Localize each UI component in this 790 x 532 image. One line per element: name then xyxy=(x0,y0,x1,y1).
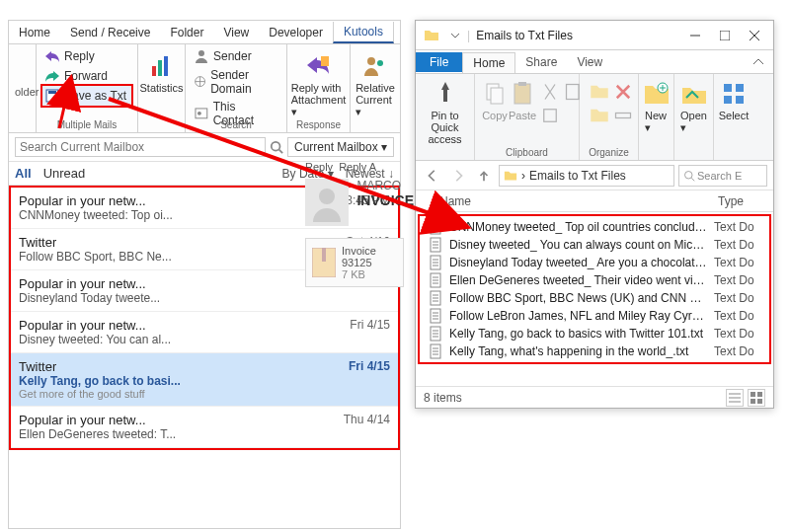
message-date: Fri 4/15 xyxy=(350,318,390,333)
txt-file-icon xyxy=(428,219,443,235)
svg-rect-25 xyxy=(518,82,526,86)
down-icon[interactable] xyxy=(447,28,463,43)
file-row[interactable]: Disney tweeted_ You can always count on … xyxy=(420,236,769,254)
svg-point-11 xyxy=(377,60,383,66)
minimize-button[interactable] xyxy=(680,24,710,47)
reply-link[interactable]: Reply xyxy=(305,161,333,173)
details-view-icon[interactable] xyxy=(726,389,744,407)
view-tab[interactable]: View xyxy=(567,52,612,72)
svg-rect-28 xyxy=(616,114,631,118)
paste-shortcut-icon[interactable] xyxy=(540,106,560,125)
copy-label: Copy xyxy=(482,110,508,121)
search-icon[interactable] xyxy=(270,140,283,154)
response-group-label: Response xyxy=(287,119,350,130)
email-title: INVOICE xyxy=(356,192,414,208)
reply-button[interactable]: Reply xyxy=(42,46,131,66)
reply-with-attachment-button[interactable]: Reply with Attachment ▾ xyxy=(293,46,344,117)
copyto-icon[interactable] xyxy=(590,106,609,125)
cut-icon[interactable] xyxy=(540,82,560,102)
tab-developer[interactable]: Developer xyxy=(259,23,333,42)
forward-nav-button[interactable] xyxy=(447,165,469,187)
ribbon-group-response: Reply with Attachment ▾ Response xyxy=(287,44,351,132)
rename-icon[interactable] xyxy=(613,106,633,125)
organize-group-label: Organize xyxy=(580,147,638,158)
share-tab[interactable]: Share xyxy=(515,52,567,72)
outlook-ribbon: older Reply Forward Save as Txt xyxy=(9,44,400,133)
file-row[interactable]: Kelly Tang, what's happening in the worl… xyxy=(420,342,769,360)
home-tab[interactable]: Home xyxy=(462,52,515,73)
folder-partial-label: older xyxy=(15,86,30,98)
new-button[interactable]: New ▾ xyxy=(645,78,668,134)
path-segment[interactable]: Emails to Txt Files xyxy=(529,169,626,183)
file-tab[interactable]: File xyxy=(416,52,462,72)
svg-point-8 xyxy=(198,112,201,115)
filter-unread[interactable]: Unread xyxy=(43,166,86,181)
multiple-mails-group-label: Multiple Mails xyxy=(37,119,137,130)
file-row[interactable]: Disneyland Today tweeted_ Are you a choc… xyxy=(420,254,769,271)
address-path[interactable]: › Emails to Txt Files xyxy=(499,165,674,187)
tab-folder[interactable]: Folder xyxy=(160,23,213,42)
forward-button[interactable]: Forward xyxy=(42,66,131,86)
file-row[interactable]: Kelly Tang, go back to basics with Twitt… xyxy=(420,325,769,342)
svg-rect-21 xyxy=(443,90,447,102)
copy-button[interactable]: Copy xyxy=(481,78,509,125)
svg-rect-3 xyxy=(158,60,162,76)
column-name[interactable]: Name xyxy=(439,194,718,208)
explorer-search[interactable]: Search E xyxy=(678,165,767,187)
txt-file-icon xyxy=(428,255,443,270)
back-button[interactable] xyxy=(422,165,443,187)
organize-small-icons xyxy=(586,78,632,125)
svg-line-35 xyxy=(691,178,694,181)
file-row[interactable]: Ellen DeGeneres tweeted_ Their video wen… xyxy=(420,271,769,289)
tab-home[interactable]: Home xyxy=(9,23,60,42)
svg-rect-71 xyxy=(750,392,755,397)
file-type: Text Do xyxy=(714,344,761,358)
reply-all-link[interactable]: Reply A xyxy=(339,161,376,173)
ribbon-group-statistics: Statistics xyxy=(138,44,186,132)
sender-domain-button[interactable]: Sender Domain xyxy=(192,66,280,98)
paste-label: Paste xyxy=(509,110,536,121)
open-icon xyxy=(680,80,708,108)
ribbon-open-group: Open ▾ xyxy=(674,74,714,160)
message-subject: Kelly Tang, go back to basi... xyxy=(19,374,216,388)
current-mailbox-dropdown[interactable]: Current Mailbox ▾ xyxy=(287,137,394,157)
people-icon xyxy=(361,52,389,80)
ribbon-collapse-button[interactable] xyxy=(744,50,773,74)
statistics-button[interactable]: Statistics xyxy=(144,46,179,94)
svg-point-12 xyxy=(272,142,280,151)
item-count: 8 items xyxy=(424,391,462,405)
file-row[interactable]: CNNMoney tweeted_ Top oil countries conc… xyxy=(420,218,769,236)
delete-icon[interactable] xyxy=(613,82,633,102)
open-button[interactable]: Open ▾ xyxy=(680,78,707,134)
message-item-selected[interactable]: TwitterFri 4/15 Kelly Tang, go back to b… xyxy=(11,353,398,407)
moveto-icon[interactable] xyxy=(590,82,609,102)
tab-view[interactable]: View xyxy=(213,23,259,42)
paste-button[interactable]: Paste xyxy=(509,78,536,125)
message-item[interactable]: Popular in your netw...Thu 4/14 Ellen De… xyxy=(11,407,398,448)
message-item[interactable]: Popular in your netw...Fri 4/15 Disney t… xyxy=(11,312,398,353)
column-type[interactable]: Type xyxy=(718,194,765,208)
file-row[interactable]: Follow LeBron James, NFL and Miley Ray C… xyxy=(420,307,769,325)
attachment[interactable]: Invoice 93125 7 KB xyxy=(305,238,404,287)
filter-all[interactable]: All xyxy=(15,166,32,181)
maximize-button[interactable] xyxy=(710,24,740,47)
globe-icon xyxy=(194,74,206,90)
message-sender: Popular in your netw... xyxy=(19,276,146,291)
message-date: Thu 4/14 xyxy=(344,413,390,427)
tab-kutools[interactable]: Kutools xyxy=(333,22,394,43)
file-type: Text Do xyxy=(714,220,761,234)
sender-button[interactable]: Sender xyxy=(192,46,280,66)
select-button[interactable]: Select xyxy=(720,78,748,121)
file-row[interactable]: Follow BBC Sport, BBC News (UK) and CNN … xyxy=(420,289,769,307)
save-as-txt-button[interactable]: Save as Txt xyxy=(42,86,131,106)
grid-view-icon[interactable] xyxy=(748,389,765,407)
mailbox-search-input[interactable] xyxy=(15,137,266,157)
up-button[interactable] xyxy=(473,165,495,187)
message-subject: Disneyland Today tweete... xyxy=(19,291,216,305)
close-button[interactable] xyxy=(740,24,769,47)
tab-send-receive[interactable]: Send / Receive xyxy=(60,23,160,42)
svg-point-10 xyxy=(367,57,375,65)
relative-current-button[interactable]: Relative Current ▾ xyxy=(356,46,394,117)
file-name: Kelly Tang, go back to basics with Twitt… xyxy=(449,327,708,341)
pin-to-quick-button[interactable]: Pin to Quick access xyxy=(422,78,468,145)
